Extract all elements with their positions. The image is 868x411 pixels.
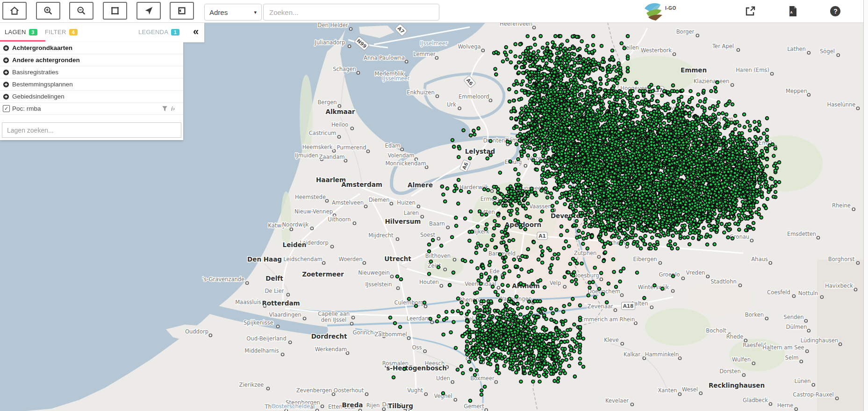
town-marker [673, 53, 676, 56]
town-label: Coevorden [660, 105, 689, 111]
tab-legenda-badge: 1 [171, 29, 179, 35]
town-label: Zaandam [319, 154, 345, 160]
expand-plus-icon[interactable] [3, 93, 9, 100]
town-label: Beilen [622, 44, 639, 51]
expand-plus-icon[interactable] [3, 69, 9, 76]
city-label: Utrecht [384, 255, 411, 262]
town-marker [495, 381, 497, 383]
town-label: Heemstede [295, 194, 326, 200]
town-marker [338, 105, 341, 107]
town-label: Dronten [483, 137, 505, 144]
layer-row-5[interactable]: ✓Poc: rmbai› [0, 103, 183, 115]
expand-plus-icon[interactable] [3, 81, 9, 88]
town-marker [532, 301, 535, 304]
town-marker [739, 284, 741, 287]
town-label: Volendam [387, 152, 414, 159]
help-button[interactable]: ? [830, 6, 841, 19]
town-marker [817, 236, 819, 239]
expand-plus-icon[interactable] [3, 57, 9, 64]
road-badge: A18 [622, 302, 635, 310]
town-marker [337, 135, 340, 138]
town-marker [421, 215, 423, 218]
locate-button[interactable] [136, 2, 161, 20]
town-label: Borghorst [828, 256, 855, 262]
layer-checkbox[interactable]: ✓ [3, 105, 10, 112]
town-label: Julianadorp [315, 39, 345, 46]
app-logo[interactable]: I-GO [642, 1, 676, 21]
town-label: Leerdam [407, 315, 430, 322]
zoom-extent-button[interactable] [103, 2, 127, 20]
town-label: Cuijk [466, 355, 479, 362]
town-label: Nijkerk [471, 228, 489, 235]
town-label: Heiloo [331, 121, 348, 128]
town-marker [396, 238, 399, 241]
panel-collapse-button[interactable]: « [188, 23, 203, 40]
external-link-button[interactable] [744, 6, 756, 19]
search-input[interactable] [263, 4, 439, 21]
app-name: I-GO [665, 6, 676, 11]
city-label: Tilburg [388, 402, 413, 410]
town-marker [310, 227, 313, 230]
town-marker [492, 234, 495, 237]
town-marker [696, 34, 699, 37]
town-label: Tiel [464, 316, 473, 322]
svg-text:A1: A1 [538, 233, 545, 239]
town-marker [552, 209, 555, 212]
svg-text:A18: A18 [623, 303, 634, 309]
town-label: Dorsten [719, 368, 740, 375]
town-marker [446, 226, 449, 229]
town-label: Coesfeld [767, 289, 790, 296]
town-label: Rijen [366, 402, 380, 409]
pdf-file-icon: A [788, 6, 798, 17]
town-label: Gladbeck [743, 397, 768, 404]
town-marker [352, 316, 355, 319]
page-scrollbar[interactable] [863, 0, 868, 411]
home-button[interactable] [2, 2, 27, 20]
town-marker [774, 145, 777, 148]
town-marker [621, 342, 624, 345]
town-marker [854, 288, 857, 291]
town-marker [353, 222, 356, 225]
town-label: Lochem [604, 240, 625, 246]
tab-legenda[interactable]: LEGENDA 1 [138, 22, 179, 42]
pdf-export-button[interactable]: A [788, 6, 798, 19]
town-marker [357, 71, 359, 74]
layer-row-3[interactable]: Bestemmingsplannen [0, 78, 183, 91]
tab-lagen[interactable]: LAGEN 3 [5, 22, 37, 42]
town-marker [451, 381, 454, 383]
city-label: Deventer [551, 212, 584, 220]
town-marker [721, 149, 724, 152]
tab-filter[interactable]: FILTER 4 [45, 22, 78, 42]
town-label: Haltern am See [762, 344, 804, 351]
town-label: Dülmen [786, 324, 807, 330]
layer-row-1[interactable]: Andere achtergronden [0, 54, 183, 66]
svg-text:A37: A37 [652, 87, 663, 93]
identify-icon[interactable]: i› [171, 105, 175, 112]
town-marker [839, 343, 842, 346]
layer-row-4[interactable]: Gebiedsindelingen [0, 91, 183, 103]
town-label: Velp [550, 280, 561, 286]
town-label: Kampen [505, 137, 527, 143]
zoom-out-button[interactable] [69, 2, 93, 20]
previous-extent-button[interactable] [170, 2, 194, 20]
town-marker [690, 110, 693, 113]
expand-plus-icon[interactable] [3, 45, 9, 51]
layer-search-input[interactable] [2, 122, 181, 138]
town-marker [405, 60, 408, 63]
town-label: Herne [777, 402, 794, 409]
town-marker [631, 403, 633, 406]
zoom-in-button[interactable] [36, 2, 60, 20]
town-label: Ahaus [751, 256, 768, 262]
layer-row-0[interactable]: Achtergrondkaarten [0, 42, 183, 54]
search-category-select[interactable]: Adres ▾ [204, 4, 262, 21]
active-tab-indicator [0, 40, 45, 42]
filter-icon[interactable] [161, 105, 168, 112]
town-marker [458, 107, 461, 110]
town-label: Gronau [730, 234, 749, 240]
city-label: Alkmaar [326, 108, 355, 115]
town-label: Schagen [333, 66, 356, 72]
layer-row-2[interactable]: Basisregistraties [0, 66, 183, 78]
town-label: Rhenen [459, 297, 479, 303]
town-marker [621, 294, 624, 297]
town-label: Boxmeer [470, 375, 495, 382]
